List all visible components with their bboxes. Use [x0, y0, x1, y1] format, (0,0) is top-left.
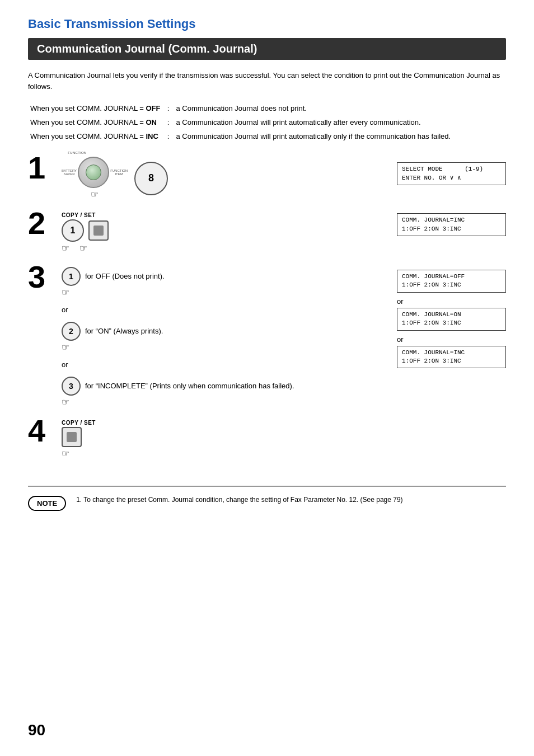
step-4-content: COPY / SET ☞: [62, 417, 380, 459]
setting-label: When you set COMM. JOURNAL = OFF: [28, 102, 163, 116]
setting-label: When you set COMM. JOURNAL = INC: [28, 130, 163, 144]
note-text: 1. To change the preset Comm. Journal co…: [76, 495, 402, 505]
screen-step2: COMM. JOURNAL=INC 1:OFF 2:ON 3:INC: [397, 213, 506, 236]
finger-icon-2a: ☞: [62, 243, 69, 253]
setting-desc: a Communication Journal does not print.: [174, 102, 507, 116]
setting-colon: :: [163, 130, 174, 144]
screen-step1: SELECT MODE (1-9) ENTER NO. OR ∨ ∧: [397, 162, 506, 185]
finger-icon-4: ☞: [62, 448, 69, 459]
finger-icon-2b: ☞: [79, 243, 87, 253]
step-1-row: 1 FUNCTION BATTERY SAVER: [28, 154, 380, 200]
or-1: or: [62, 306, 294, 314]
set-button-inner: [93, 226, 104, 236]
step-1-inner: FUNCTION BATTERY SAVER FUNCTION: [62, 154, 380, 200]
copy-set-label-4: COPY / SET: [62, 420, 96, 426]
screen-step3-1: COMM. JOURNAL=OFF 1:OFF 2:ON 3:INC: [397, 270, 506, 293]
screen-step3-3: COMM. JOURNAL=INC 1:OFF 2:ON 3:INC: [397, 346, 506, 369]
step-3-desc-1: for OFF (Does not print).: [85, 267, 165, 281]
setting-colon: :: [163, 102, 174, 116]
key-1-step3[interactable]: 1: [62, 267, 81, 286]
step-4-number: 4: [28, 415, 62, 447]
key-8[interactable]: 8: [134, 162, 168, 195]
setting-desc: a Communication Journal will print autom…: [174, 130, 507, 144]
step-3-desc-3: for “INCOMPLETE” (Prints only when commu…: [85, 377, 294, 391]
finger-icon-3a: ☞: [62, 287, 69, 298]
key-2-step3[interactable]: 2: [62, 322, 81, 341]
step-2-content: COPY / SET 1 ☞ ☞: [62, 210, 380, 253]
section-header: Communication Journal (Comm. Journal): [28, 38, 506, 60]
intro-text: A Communication Journal lets you verify …: [28, 70, 506, 92]
or-screen-2: or: [397, 335, 506, 344]
settings-table: When you set COMM. JOURNAL = OFF : a Com…: [28, 102, 506, 143]
step-3-row: 3 1 ☞ for OFF (Does not print). or 2 ☞: [28, 264, 380, 407]
steps-right: SELECT MODE (1-9) ENTER NO. OR ∨ ∧ COMM.…: [397, 154, 506, 469]
or-2: or: [62, 360, 294, 369]
copy-set-label-2: COPY / SET: [62, 212, 96, 218]
setting-label: When you set COMM. JOURNAL = ON: [28, 116, 163, 130]
step-2-row: 2 COPY / SET 1 ☞ ☞: [28, 210, 380, 253]
setting-desc: a Communication Journal will print autom…: [174, 116, 507, 130]
step-3-option-3: 3 ☞ for “INCOMPLETE” (Prints only when c…: [62, 377, 294, 407]
finger-icon-3b: ☞: [62, 342, 69, 353]
start-btn-outer[interactable]: [78, 157, 109, 188]
step-3-option-2: 2 ☞ for “ON” (Always prints).: [62, 322, 294, 353]
key-1-step2[interactable]: 1: [62, 219, 84, 242]
note-badge: NOTE: [28, 496, 66, 511]
set-button-2[interactable]: [88, 220, 109, 241]
page-title: Basic Transmission Settings: [28, 17, 506, 31]
page-number: 90: [28, 721, 45, 739]
start-btn-inner: [86, 165, 101, 180]
key-3-step3[interactable]: 3: [62, 377, 81, 396]
setting-colon: :: [163, 116, 174, 130]
start-button[interactable]: FUNCTION BATTERY SAVER FUNCTION: [62, 157, 128, 200]
steps-area: 1 FUNCTION BATTERY SAVER: [28, 154, 506, 469]
finger-icon-1: ☞: [91, 189, 99, 200]
step-1-number: 1: [28, 152, 62, 184]
note-bar: NOTE 1. To change the preset Comm. Journ…: [28, 486, 506, 511]
step-4-row: 4 COPY / SET ☞: [28, 417, 380, 459]
or-screen-1: or: [397, 297, 506, 306]
set-button-4-inner: [67, 432, 77, 442]
step-2-number: 2: [28, 208, 62, 239]
step-3-sub: 1 ☞ for OFF (Does not print). or 2 ☞ for…: [62, 267, 294, 407]
steps-left: 1 FUNCTION BATTERY SAVER: [28, 154, 380, 469]
set-button-4[interactable]: [62, 427, 82, 447]
screen-step3-2: COMM. JOURNAL=ON 1:OFF 2:ON 3:INC: [397, 308, 506, 331]
step-3-option-1: 1 ☞ for OFF (Does not print).: [62, 267, 294, 298]
finger-icon-3c: ☞: [62, 397, 69, 407]
step-3-number: 3: [28, 261, 62, 293]
step-3-desc-2: for “ON” (Always prints).: [85, 322, 163, 336]
